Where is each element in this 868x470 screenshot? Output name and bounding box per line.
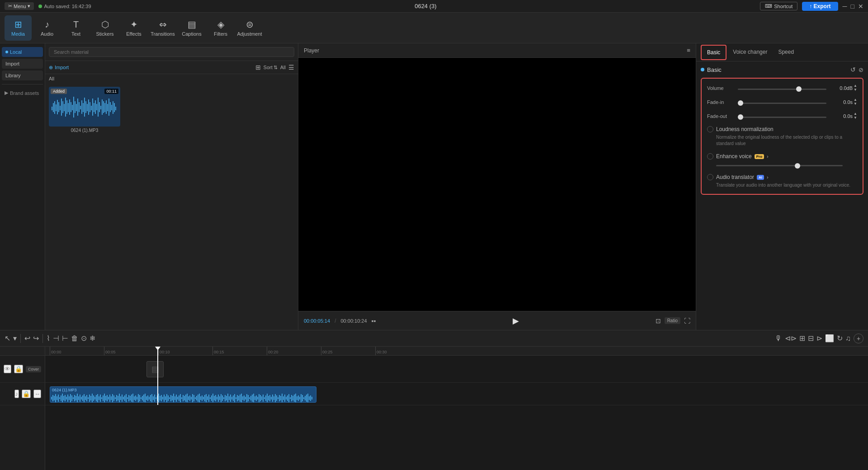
loudness-section: Loudness normalization Normalize the ori… bbox=[707, 126, 857, 147]
grid-view-button[interactable]: ⊞ bbox=[255, 64, 261, 71]
split-button[interactable]: ⌇ bbox=[47, 334, 50, 343]
fade-out-down-button[interactable]: ▼ bbox=[854, 116, 857, 120]
fade-in-slider[interactable] bbox=[738, 103, 826, 104]
toolbar-item-adjustment[interactable]: ⊜ Adjustment bbox=[236, 15, 263, 41]
delete-button[interactable]: 🗑 bbox=[71, 334, 78, 343]
fit-screen-button[interactable]: ⊡ bbox=[656, 317, 661, 324]
ruler-marks: 00:00 00:05 00:10 00:15 00:20 00:25 00:3… bbox=[45, 347, 429, 355]
toolbar-item-text[interactable]: T Text bbox=[62, 15, 90, 41]
minimize-button[interactable]: ─ bbox=[843, 3, 847, 10]
brand-assets-section[interactable]: ▶ Brand assets bbox=[2, 88, 43, 98]
maximize-button[interactable]: □ bbox=[851, 3, 854, 10]
audio-clip[interactable]: 0624 (1).MP3 bbox=[50, 386, 316, 403]
svg-rect-208 bbox=[268, 396, 269, 400]
svg-rect-4 bbox=[57, 100, 58, 114]
audio-only-button[interactable]: ♫ bbox=[845, 334, 851, 343]
audio-icon-btn[interactable]: ♪ bbox=[14, 390, 19, 398]
reset-button[interactable]: ⊘ bbox=[859, 66, 863, 73]
fade-in-down-button[interactable]: ▼ bbox=[854, 102, 857, 106]
svg-rect-187 bbox=[240, 395, 241, 402]
menu-label: Menu bbox=[14, 4, 26, 9]
sort-button[interactable]: Sort ⇅ bbox=[264, 65, 278, 70]
library-button[interactable]: Library bbox=[2, 70, 43, 80]
shortcut-button[interactable]: ⌨ Shortcut bbox=[760, 2, 797, 10]
list-item[interactable]: Added 00:11 bbox=[49, 87, 120, 133]
svg-rect-218 bbox=[282, 394, 283, 403]
select-tool-button[interactable]: ↖ bbox=[5, 334, 10, 343]
filter-button[interactable]: ☰ bbox=[288, 64, 294, 71]
unlink-button[interactable]: ⊟ bbox=[808, 334, 814, 343]
audio-lock-button[interactable]: 🔒 bbox=[22, 390, 31, 398]
trim-left-button[interactable]: ⊣ bbox=[53, 334, 59, 343]
svg-rect-35 bbox=[99, 102, 100, 112]
volume-slider[interactable] bbox=[738, 89, 826, 90]
svg-rect-16 bbox=[73, 97, 74, 118]
toolbar-item-transitions[interactable]: ⇔ Transitions bbox=[149, 15, 176, 41]
refresh-button[interactable]: ↺ bbox=[850, 66, 856, 73]
timeline-tracks: 00:00 00:05 00:10 00:15 00:20 00:25 00:3… bbox=[45, 347, 868, 470]
loop-button[interactable]: ↻ bbox=[837, 334, 843, 343]
freeze-button[interactable]: ❄ bbox=[90, 334, 95, 343]
video-visibility-button[interactable]: 👁 bbox=[4, 365, 11, 373]
fade-in-stepper[interactable]: ▲ ▼ bbox=[854, 98, 857, 106]
menu-button[interactable]: ✂ Menu ▾ bbox=[5, 2, 34, 10]
redo-button[interactable]: ↪ bbox=[33, 334, 39, 343]
svg-rect-71 bbox=[82, 395, 83, 401]
right-panel: Basic Voice changer Speed Basic ↺ ⊘ Volu… bbox=[696, 43, 868, 330]
toolbar-item-filters[interactable]: ◈ Filters bbox=[207, 15, 234, 41]
enhance-voice-checkbox[interactable] bbox=[707, 153, 713, 160]
import-button[interactable]: Import bbox=[2, 59, 43, 69]
search-input[interactable] bbox=[49, 47, 294, 57]
svg-rect-217 bbox=[280, 396, 281, 400]
audio-translator-arrow[interactable]: › bbox=[767, 174, 769, 180]
toolbar-item-stickers[interactable]: ⬡ Stickers bbox=[91, 15, 118, 41]
speed-display-button[interactable]: ▪▪ bbox=[372, 317, 376, 324]
all-filter-button[interactable]: All bbox=[280, 65, 286, 70]
volume-stepper[interactable]: ▲ ▼ bbox=[854, 84, 857, 92]
close-button[interactable]: ✕ bbox=[858, 3, 863, 10]
loudness-checkbox[interactable] bbox=[707, 126, 713, 132]
enhance-voice-arrow[interactable]: › bbox=[767, 154, 769, 159]
enhance-voice-slider[interactable] bbox=[716, 165, 843, 166]
play-button[interactable]: ▶ bbox=[513, 316, 519, 326]
tab-voice-changer[interactable]: Voice changer bbox=[727, 45, 773, 60]
tab-basic[interactable]: Basic bbox=[701, 45, 726, 60]
audio-mute-button[interactable]: ↔ bbox=[33, 390, 41, 398]
local-button[interactable]: Local bbox=[2, 47, 43, 57]
fade-in-up-button[interactable]: ▲ bbox=[854, 98, 857, 102]
comment-button[interactable]: ⬜ bbox=[825, 334, 834, 343]
svg-rect-178 bbox=[227, 394, 228, 403]
undo-button[interactable]: ↩ bbox=[24, 334, 30, 343]
volume-down-button[interactable]: ▼ bbox=[854, 88, 857, 92]
cover-button[interactable]: Cover bbox=[26, 366, 41, 372]
toolbar-item-audio[interactable]: ♪ Audio bbox=[33, 15, 61, 41]
group-button[interactable]: ⊙ bbox=[81, 334, 87, 343]
svg-rect-100 bbox=[122, 395, 123, 402]
svg-rect-132 bbox=[165, 396, 166, 400]
toolbar-item-media[interactable]: ⊞ Media bbox=[5, 15, 32, 41]
audio-translator-checkbox[interactable] bbox=[707, 174, 713, 180]
video-lock-button[interactable]: 🔒 bbox=[14, 365, 23, 373]
select-dropdown-button[interactable]: ▾ bbox=[13, 334, 17, 343]
snap-button[interactable]: ⊲⊳ bbox=[785, 334, 797, 343]
ratio-button[interactable]: Ratio bbox=[665, 317, 680, 324]
fade-out-slider[interactable] bbox=[738, 117, 826, 118]
volume-up-button[interactable]: ▲ bbox=[854, 84, 857, 88]
tab-speed[interactable]: Speed bbox=[773, 45, 799, 60]
fade-out-up-button[interactable]: ▲ bbox=[854, 112, 857, 116]
toolbar-item-captions[interactable]: ▤ Captions bbox=[178, 15, 205, 41]
playhead[interactable] bbox=[157, 347, 158, 405]
import-media-button[interactable]: ⊕ Import bbox=[49, 65, 69, 70]
trim-right-button[interactable]: ⊢ bbox=[62, 334, 68, 343]
player-menu-button[interactable]: ≡ bbox=[687, 47, 690, 54]
add-track-button[interactable]: + bbox=[854, 334, 863, 343]
marker-button[interactable]: ⊳ bbox=[816, 334, 822, 343]
mic-button[interactable]: 🎙 bbox=[775, 334, 782, 343]
svg-rect-84 bbox=[100, 395, 101, 402]
export-button[interactable]: ↑ Export bbox=[802, 2, 838, 11]
fullscreen-button[interactable]: ⛶ bbox=[684, 317, 690, 324]
link-button[interactable]: ⊞ bbox=[799, 334, 805, 343]
fade-out-stepper[interactable]: ▲ ▼ bbox=[854, 112, 857, 120]
cover-clip[interactable]: ▤ bbox=[146, 361, 164, 377]
toolbar-item-effects[interactable]: ✦ Effects bbox=[120, 15, 147, 41]
